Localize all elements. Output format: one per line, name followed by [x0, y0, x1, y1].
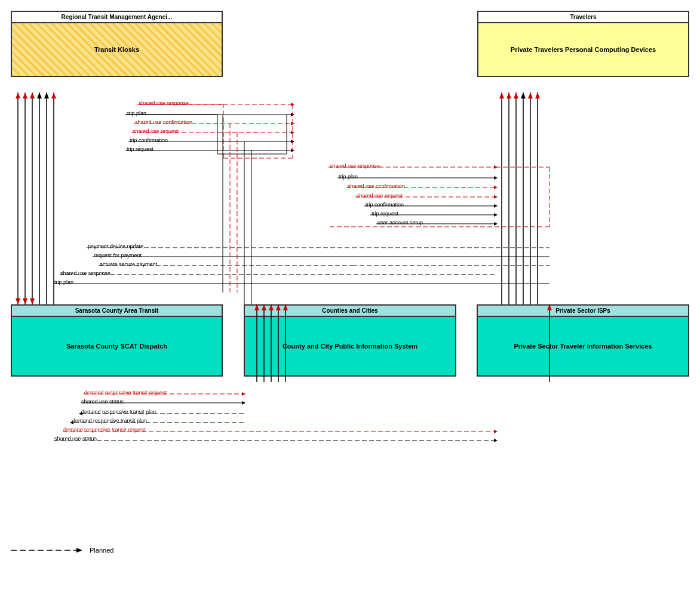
- legend-label: Planned: [90, 547, 113, 554]
- isps-box: Private Sector ISPs Private Sector Trave…: [477, 304, 689, 377]
- label-user-account-setup: user account setup: [377, 220, 423, 226]
- legend-line-svg: [11, 545, 82, 555]
- svg-marker-14: [30, 298, 35, 304]
- label-trip-plan-2: trip plan: [339, 174, 358, 180]
- counties-header: Counties and Cities: [244, 304, 456, 317]
- svg-marker-39: [528, 93, 533, 98]
- label-trip-plan-long: trip plan: [54, 279, 73, 285]
- isps-header: Private Sector ISPs: [477, 304, 689, 317]
- label-trip-confirmation-2: trip confirmation: [366, 202, 404, 208]
- diagram-svg: [0, 0, 700, 573]
- svg-marker-8: [30, 93, 35, 98]
- label-shared-use-response-1: shared use response: [139, 100, 189, 106]
- label-trip-request-1: trip request: [127, 146, 153, 152]
- label-shared-use-status-2: shared use status: [54, 436, 97, 442]
- svg-marker-6: [16, 93, 20, 98]
- svg-marker-40: [535, 93, 540, 98]
- svg-marker-9: [37, 93, 42, 98]
- transit-kiosks-header: Regional Transit Management Agenci...: [11, 11, 223, 23]
- label-payment-device-update: payment device update: [88, 244, 143, 249]
- diagram-container: Regional Transit Management Agenci... Tr…: [0, 0, 700, 573]
- label-shared-use-response-2: shared use response: [330, 163, 380, 169]
- svg-marker-11: [51, 93, 56, 98]
- svg-marker-83: [76, 548, 82, 553]
- travelers-box: Travelers Private Travelers Personal Com…: [477, 11, 689, 77]
- label-shared-use-confirmation-1: shared use confirmation: [135, 119, 192, 125]
- svg-marker-35: [499, 93, 504, 98]
- svg-marker-13: [23, 298, 27, 304]
- label-shared-use-request-1: shared use request: [133, 128, 179, 134]
- label-trip-confirmation-1: trip confirmation: [130, 137, 168, 143]
- isps-body: Private Sector Traveler Information Serv…: [477, 317, 689, 377]
- legend: Planned: [11, 545, 113, 555]
- label-shared-use-confirmation-2: shared use confirmation: [348, 183, 405, 189]
- scat-header: Sarasota County Area Transit: [11, 304, 223, 317]
- scat-box: Sarasota County Area Transit Sarasota Co…: [11, 304, 223, 377]
- label-demand-responsive-transit-plan-1: demand responsive transit plan: [81, 409, 156, 415]
- svg-marker-36: [506, 93, 511, 98]
- label-trip-request-2: trip request: [372, 211, 398, 217]
- svg-marker-38: [521, 93, 526, 98]
- travelers-header: Travelers: [477, 11, 689, 23]
- label-demand-responsive-transit-request-2: demand responsive transit request: [63, 427, 146, 433]
- transit-kiosks-body: Transit Kiosks: [11, 23, 223, 77]
- travelers-body: Private Travelers Personal Computing Dev…: [477, 23, 689, 77]
- label-actuate-secure-payment: actuate secure payment: [100, 261, 157, 267]
- counties-box: Counties and Cities County and City Publ…: [244, 304, 456, 377]
- label-shared-use-status-1: shared use status: [81, 399, 124, 405]
- counties-body: County and City Public Information Syste…: [244, 317, 456, 377]
- label-demand-responsive-transit-request-1: demand responsive transit request: [84, 390, 167, 396]
- scat-body: Sarasota County SCAT Dispatch: [11, 317, 223, 377]
- label-shared-use-request-2: shared use request: [357, 193, 403, 199]
- transit-kiosks-box: Regional Transit Management Agenci... Tr…: [11, 11, 223, 77]
- label-shared-use-response-long: shared use response: [60, 270, 110, 276]
- svg-marker-37: [514, 93, 518, 98]
- label-request-for-payment: request for payment: [94, 252, 142, 258]
- svg-marker-7: [23, 93, 27, 98]
- svg-marker-12: [16, 298, 20, 304]
- label-demand-responsive-transit-plan-2: demand responsive transit plan: [72, 418, 147, 424]
- label-trip-plan-1: trip plan: [127, 110, 146, 116]
- svg-marker-10: [44, 93, 49, 98]
